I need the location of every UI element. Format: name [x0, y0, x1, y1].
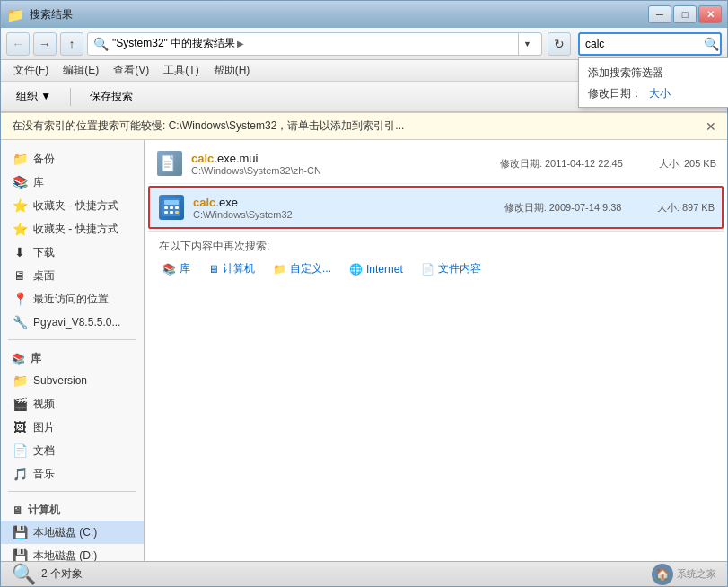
sidebar-library-section: 📚 库: [1, 346, 144, 369]
menu-edit[interactable]: 编辑(E): [56, 61, 106, 80]
sidebar-item-music[interactable]: 🎵 音乐: [1, 462, 144, 486]
search-again-computer[interactable]: 🖥 计算机: [205, 259, 259, 278]
file-date-calc-exe: 修改日期: 2009-07-14 9:38: [451, 201, 629, 215]
file-date-calc-mui: 修改日期: 2011-04-12 22:45: [451, 157, 630, 171]
sidebar-item-label: 收藏夹 - 快捷方式: [33, 198, 118, 214]
organize-button[interactable]: 组织 ▼: [8, 85, 59, 108]
title-bar: 📁 搜索结果 ─ □ ✕: [1, 1, 727, 28]
search-again-library[interactable]: 📚 库: [159, 259, 194, 278]
watermark-site: 系统之家: [677, 567, 716, 581]
sidebar: 📁 备份 📚 库 ⭐ 收藏夹 - 快捷方式 ⭐ 收藏夹 - 快捷方式 ⬇ 下载 …: [1, 140, 145, 561]
sidebar-item-video[interactable]: 🎬 视频: [1, 392, 144, 416]
name-suffix2: .exe: [215, 196, 238, 209]
sidebar-item-drive-c[interactable]: 💾 本地磁盘 (C:): [1, 521, 144, 544]
sidebar-item-label: 备份: [33, 152, 55, 167]
search-container: 🔍 添加搜索筛选器 修改日期： 大小: [578, 32, 722, 56]
sidebar-item-label: 本地磁盘 (C:): [33, 525, 97, 540]
file-list: calc.exe.mui C:\Windows\System32\zh-CN 修…: [145, 140, 727, 561]
title-bar-buttons: ─ □ ✕: [648, 5, 722, 23]
generic-file-icon: [157, 151, 182, 176]
name-suffix: .exe.mui: [214, 152, 258, 165]
search-again-file-content[interactable]: 📄 文件内容: [417, 259, 485, 278]
minimize-button[interactable]: ─: [648, 5, 671, 23]
library-icon: 📚: [12, 174, 28, 190]
address-dropdown-button[interactable]: ▼: [518, 32, 536, 56]
svg-rect-6: [164, 206, 168, 209]
computer-search-label: 计算机: [223, 261, 255, 276]
computer-section-icon: 🖥: [12, 504, 22, 517]
sidebar-item-label: 最近访问的位置: [33, 292, 109, 307]
sidebar-item-downloads[interactable]: ⬇ 下载: [1, 241, 144, 264]
custom-search-icon: 📁: [273, 263, 286, 276]
sidebar-item-images[interactable]: 🖼 图片: [1, 416, 144, 439]
sidebar-item-label: 本地磁盘 (D:): [33, 548, 97, 562]
file-content-search-label: 文件内容: [438, 261, 481, 276]
internet-search-icon: 🌐: [349, 263, 363, 276]
search-button[interactable]: 🔍: [702, 35, 720, 53]
menu-tools[interactable]: 工具(T): [156, 61, 206, 80]
file-item-calc-mui[interactable]: calc.exe.mui C:\Windows\System32\zh-CN 修…: [148, 144, 724, 184]
svg-rect-5: [164, 200, 179, 205]
calc-exe-icon: [159, 195, 184, 220]
search-status-icon: 🔍: [12, 563, 36, 586]
back-button[interactable]: ←: [6, 32, 30, 56]
address-text: "System32" 中的搜索结果: [112, 36, 235, 51]
sidebar-item-drive-d[interactable]: 💾 本地磁盘 (D:): [1, 544, 144, 561]
documents-icon: 📄: [12, 442, 28, 459]
menu-file[interactable]: 文件(F): [6, 61, 56, 80]
file-size-calc-mui: 大小: 205 KB: [630, 157, 716, 171]
sidebar-item-label: Subversion: [33, 374, 87, 387]
sidebar-computer-section: 🖥 计算机: [1, 497, 144, 521]
sidebar-item-recent[interactable]: 📍 最近访问的位置: [1, 287, 144, 311]
drive-d-icon: 💾: [12, 548, 28, 561]
maximize-button[interactable]: □: [673, 5, 697, 23]
search-again-custom[interactable]: 📁 自定义...: [269, 259, 335, 278]
svg-rect-8: [175, 206, 179, 209]
info-bar-close-button[interactable]: ✕: [706, 119, 716, 134]
save-search-button[interactable]: 保存搜索: [82, 85, 141, 108]
file-path-calc-exe: C:\Windows\System32: [193, 209, 451, 220]
watermark-circle-icon: 🏠: [652, 564, 673, 585]
file-item-calc-exe[interactable]: calc.exe C:\Windows\System32 修改日期: 2009-…: [148, 186, 724, 229]
sidebar-item-favorites2[interactable]: ⭐ 收藏夹 - 快捷方式: [1, 217, 144, 241]
close-button[interactable]: ✕: [698, 5, 722, 23]
forward-button[interactable]: →: [33, 32, 57, 56]
address-bar[interactable]: 🔍 "System32" 中的搜索结果 ▶ ▼: [87, 32, 542, 56]
svg-rect-7: [170, 206, 173, 209]
info-bar-text: 在没有索引的位置搜索可能较慢: C:\Windows\System32，请单击以…: [12, 118, 404, 134]
search-again-section: 在以下内容中再次搜索: 📚 库 🖥 计算机 📁 自定义...: [148, 231, 724, 285]
file-name-calc-exe: calc.exe: [193, 196, 451, 209]
window-title: 搜索结果: [30, 7, 73, 22]
pgyavi-icon: 🔧: [12, 314, 28, 330]
search-filter-date-label[interactable]: 修改日期：: [588, 86, 642, 101]
name-highlight: calc: [191, 152, 214, 165]
sidebar-item-subversion[interactable]: 📁 Subversion: [1, 369, 144, 392]
menu-help[interactable]: 帮助(H): [206, 61, 258, 80]
file-icon-calc: [157, 193, 186, 222]
library-search-icon: 📚: [162, 263, 176, 276]
file-path-calc-mui: C:\Windows\System32\zh-CN: [191, 165, 451, 176]
address-arrow: ▶: [237, 39, 244, 48]
up-button[interactable]: ↑: [60, 32, 83, 56]
recent-icon: 📍: [12, 291, 28, 307]
sidebar-item-backup[interactable]: 📁 备份: [1, 147, 144, 171]
sidebar-item-favorites1[interactable]: ⭐ 收藏夹 - 快捷方式: [1, 194, 144, 217]
sidebar-item-label: 下载: [33, 245, 55, 260]
sidebar-item-desktop[interactable]: 🖥 桌面: [1, 264, 144, 287]
sidebar-item-library[interactable]: 📚 库: [1, 171, 144, 194]
menu-view[interactable]: 查看(V): [106, 61, 156, 80]
sidebar-item-label: 桌面: [33, 268, 55, 284]
sidebar-item-pgyavi[interactable]: 🔧 Pgyavi_V8.5.5.0...: [1, 311, 144, 334]
search-input[interactable]: [578, 32, 722, 56]
svg-rect-11: [175, 211, 179, 214]
refresh-button[interactable]: ↻: [548, 32, 571, 56]
desktop-icon: 🖥: [12, 267, 28, 284]
search-filter-size-value[interactable]: 大小: [649, 86, 671, 101]
sidebar-computer-label: 计算机: [28, 503, 60, 518]
search-again-internet[interactable]: 🌐 Internet: [346, 259, 407, 278]
sidebar-item-documents[interactable]: 📄 文档: [1, 439, 144, 462]
file-content-search-icon: 📄: [421, 263, 434, 276]
subversion-icon: 📁: [12, 372, 28, 389]
images-icon: 🖼: [12, 419, 28, 435]
sidebar-item-label: 视频: [33, 397, 55, 412]
